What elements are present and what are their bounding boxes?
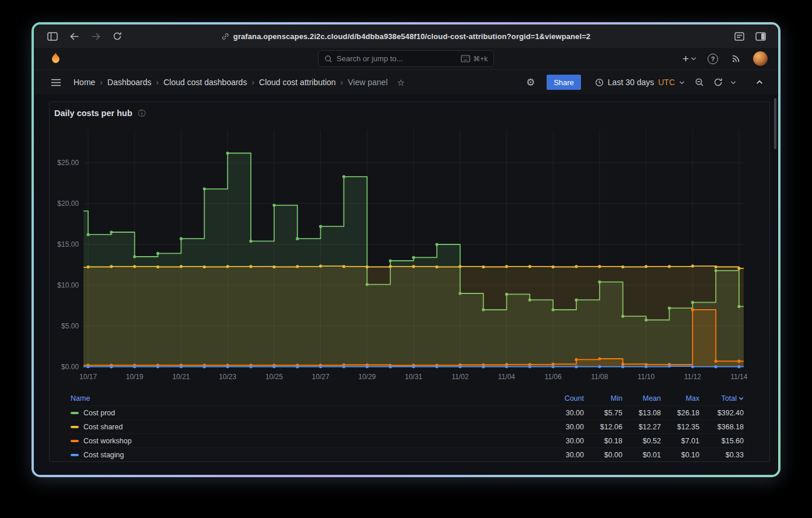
data-point-cost-staging[interactable] (342, 365, 345, 368)
legend-series-label[interactable]: Cost prod (71, 409, 545, 417)
data-point-cost-shared[interactable] (319, 265, 322, 268)
panel-title[interactable]: Daily costs per hub (54, 108, 132, 118)
back-icon[interactable] (68, 30, 80, 42)
breadcrumb-item-cloud-cost-attribution[interactable]: Cloud cost attribution (259, 78, 336, 87)
data-point-cost-staging[interactable] (459, 365, 461, 368)
data-point-cost-workshop[interactable] (715, 360, 718, 363)
data-point-cost-shared[interactable] (575, 265, 578, 268)
data-point-cost-staging[interactable] (551, 365, 554, 368)
data-point-cost-prod[interactable] (319, 225, 322, 228)
legend-header-count[interactable]: Count (545, 394, 584, 402)
legend-series-label[interactable]: Cost shared (71, 423, 545, 431)
data-point-cost-shared[interactable] (482, 265, 485, 268)
data-point-cost-staging[interactable] (319, 365, 322, 368)
data-point-cost-staging[interactable] (715, 365, 718, 368)
split-view-icon[interactable] (755, 30, 766, 42)
refresh-icon[interactable] (712, 76, 724, 89)
data-point-cost-shared[interactable] (668, 265, 671, 268)
data-point-cost-shared[interactable] (621, 265, 624, 268)
data-point-cost-staging[interactable] (668, 365, 671, 368)
data-point-cost-shared[interactable] (342, 265, 345, 268)
time-range-picker[interactable]: Last 30 days UTC (593, 78, 687, 87)
breadcrumb-item-dashboards[interactable]: Dashboards (107, 78, 152, 87)
data-point-cost-prod[interactable] (389, 259, 392, 262)
data-point-cost-staging[interactable] (645, 365, 648, 368)
data-point-cost-shared[interactable] (528, 265, 531, 268)
data-point-cost-shared[interactable] (435, 265, 438, 268)
data-point-cost-staging[interactable] (691, 365, 694, 368)
data-point-cost-shared[interactable] (551, 265, 554, 268)
data-point-cost-shared[interactable] (645, 265, 648, 268)
scrollbar-thumb[interactable] (774, 98, 776, 149)
reader-options-icon[interactable] (733, 30, 745, 42)
sidebar-toggle-icon[interactable] (47, 30, 58, 42)
data-point-cost-staging[interactable] (87, 365, 90, 368)
data-point-cost-shared[interactable] (737, 267, 740, 270)
legend-header-mean[interactable]: Mean (622, 394, 661, 402)
data-point-cost-shared[interactable] (272, 265, 275, 268)
data-point-cost-staging[interactable] (226, 365, 229, 368)
data-point-cost-workshop[interactable] (598, 357, 601, 360)
data-point-cost-staging[interactable] (575, 365, 578, 368)
refresh-interval-dropdown-icon[interactable] (730, 80, 736, 85)
data-point-cost-shared[interactable] (226, 265, 229, 268)
settings-gear-icon[interactable]: ⚙ (526, 78, 535, 88)
data-point-cost-staging[interactable] (621, 365, 624, 368)
data-point-cost-staging[interactable] (737, 365, 740, 368)
data-point-cost-shared[interactable] (691, 265, 694, 268)
data-point-cost-prod[interactable] (435, 243, 438, 246)
data-point-cost-shared[interactable] (110, 265, 113, 268)
data-point-cost-prod[interactable] (296, 237, 299, 240)
data-point-cost-staging[interactable] (505, 365, 508, 368)
search-box[interactable]: Search or jump to... ⌘+k (318, 50, 494, 67)
data-point-cost-workshop[interactable] (551, 363, 554, 366)
mega-menu-toggle-icon[interactable] (51, 79, 61, 86)
news-rss-icon[interactable] (729, 52, 742, 65)
data-point-cost-staging[interactable] (296, 365, 299, 368)
data-point-cost-prod[interactable] (249, 240, 252, 243)
breadcrumb-item-cloud-cost-dashboards[interactable]: Cloud cost dashboards (163, 78, 247, 87)
data-point-cost-prod[interactable] (272, 204, 275, 206)
data-point-cost-shared[interactable] (366, 265, 369, 268)
collapse-panel-icon[interactable] (756, 80, 763, 85)
data-point-cost-shared[interactable] (87, 265, 90, 268)
address-bar[interactable]: grafana.openscapes.2i2c.cloud/d/b4dbba93… (222, 32, 590, 41)
data-point-cost-prod[interactable] (87, 233, 90, 236)
data-point-cost-shared[interactable] (249, 265, 252, 268)
data-point-cost-staging[interactable] (366, 365, 369, 368)
legend-series-label[interactable]: Cost workshop (71, 437, 545, 445)
favorite-star-icon[interactable]: ☆ (397, 78, 405, 87)
data-point-cost-prod[interactable] (203, 187, 206, 190)
data-point-cost-staging[interactable] (435, 365, 438, 368)
data-point-cost-shared[interactable] (389, 265, 392, 268)
reload-icon[interactable] (111, 30, 123, 42)
zoom-out-icon[interactable] (693, 76, 706, 89)
data-point-cost-prod[interactable] (226, 152, 229, 155)
data-point-cost-prod[interactable] (156, 252, 159, 255)
data-point-cost-staging[interactable] (133, 365, 136, 368)
data-point-cost-shared[interactable] (598, 265, 601, 268)
legend-header-max[interactable]: Max (661, 394, 699, 402)
grafana-logo[interactable] (49, 52, 62, 65)
forward-icon[interactable] (90, 30, 102, 42)
data-point-cost-shared[interactable] (133, 265, 136, 268)
share-button[interactable]: Share (547, 75, 581, 90)
data-point-cost-workshop[interactable] (575, 358, 578, 361)
legend-series-label[interactable]: Cost staging (71, 451, 545, 459)
data-point-cost-prod[interactable] (133, 255, 136, 258)
data-point-cost-shared[interactable] (412, 265, 415, 268)
legend-header-name[interactable]: Name (71, 394, 545, 402)
data-point-cost-staging[interactable] (598, 365, 601, 368)
data-point-cost-shared[interactable] (156, 265, 159, 268)
data-point-cost-prod[interactable] (110, 230, 113, 233)
data-point-cost-staging[interactable] (110, 365, 113, 368)
data-point-cost-shared[interactable] (203, 265, 206, 268)
data-point-cost-prod[interactable] (180, 237, 183, 240)
data-point-cost-staging[interactable] (203, 365, 206, 368)
data-point-cost-staging[interactable] (528, 365, 531, 368)
data-point-cost-staging[interactable] (412, 365, 415, 368)
add-menu-button[interactable]: + (682, 53, 696, 64)
panel-info-icon[interactable]: ⓘ (138, 110, 146, 117)
data-point-cost-staging[interactable] (156, 365, 159, 368)
data-point-cost-prod[interactable] (412, 256, 415, 259)
